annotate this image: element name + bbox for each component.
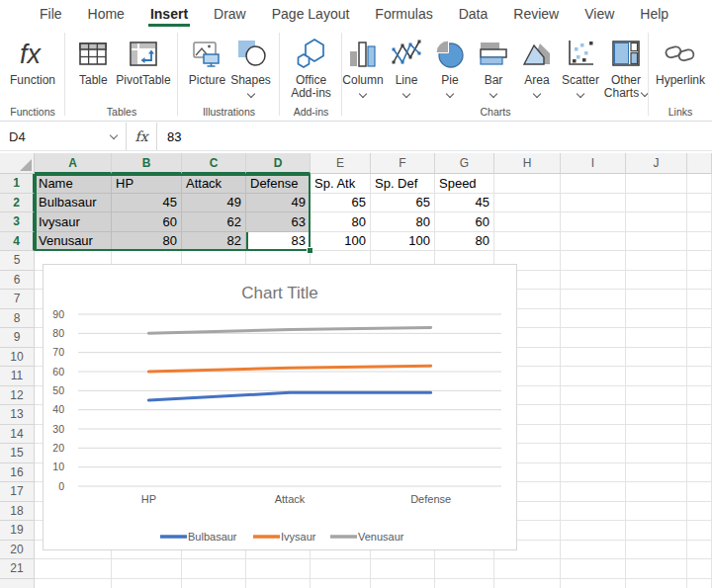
cell-G3[interactable]: 60	[435, 212, 494, 232]
column-header-B[interactable]: B	[112, 153, 182, 174]
shapes-button[interactable]: Shapes	[230, 35, 272, 99]
cell-K4[interactable]	[687, 232, 712, 252]
selection-fill-handle[interactable]	[307, 247, 313, 254]
cell-I7[interactable]	[561, 290, 626, 309]
cell-B1[interactable]: HP	[112, 174, 182, 194]
cell-B2[interactable]: 45	[112, 194, 182, 213]
cell-I15[interactable]	[561, 444, 626, 463]
cell-I10[interactable]	[561, 348, 626, 368]
cell-B22[interactable]	[112, 579, 182, 588]
cell-A2[interactable]: Bulbasaur	[35, 194, 112, 213]
cell-J19[interactable]	[626, 521, 687, 541]
cell-J12[interactable]	[626, 386, 687, 406]
row-header-16[interactable]: 16	[0, 463, 35, 483]
hyperlink-button[interactable]: Hyperlink	[656, 35, 705, 87]
cell-J11[interactable]	[626, 367, 687, 386]
row-header-21[interactable]: 21	[0, 559, 35, 579]
column-header-G[interactable]: G	[435, 153, 494, 174]
cell-G2[interactable]: 45	[435, 194, 494, 213]
cell-J3[interactable]	[626, 212, 687, 232]
cell-K11[interactable]	[687, 367, 712, 386]
row-header-2[interactable]: 2	[0, 194, 35, 213]
name-box[interactable]: D4	[0, 123, 127, 150]
cell-E21[interactable]	[311, 559, 371, 579]
cell-F1[interactable]: Sp. Def	[371, 174, 435, 194]
cell-B3[interactable]: 60	[112, 212, 182, 232]
cell-A21[interactable]	[35, 559, 112, 579]
cell-J9[interactable]	[626, 328, 687, 348]
cell-K9[interactable]	[687, 328, 712, 348]
cell-I14[interactable]	[561, 425, 626, 445]
row-header-15[interactable]: 15	[0, 444, 35, 463]
cell-E22[interactable]	[311, 579, 371, 588]
area-chart-button[interactable]: Area	[516, 35, 558, 99]
tab-view[interactable]: View	[584, 0, 614, 28]
column-header-D[interactable]: D	[246, 153, 311, 174]
cell-J4[interactable]	[626, 232, 687, 252]
tab-help[interactable]: Help	[640, 0, 668, 28]
cell-D1[interactable]: Defense	[246, 174, 311, 194]
row-header-12[interactable]: 12	[0, 386, 35, 406]
cell-K3[interactable]	[687, 212, 712, 232]
column-header-E[interactable]: E	[311, 153, 371, 174]
cell-B4[interactable]: 80	[112, 232, 182, 252]
cell-I22[interactable]	[561, 579, 626, 588]
cell-F21[interactable]	[371, 559, 435, 579]
cell-K10[interactable]	[687, 348, 712, 368]
row-header-11[interactable]: 11	[0, 367, 35, 386]
cell-A3[interactable]: Ivysaur	[35, 212, 112, 232]
column-header-J[interactable]: J	[626, 153, 687, 174]
cell-D21[interactable]	[246, 559, 311, 579]
cell-I8[interactable]	[561, 309, 626, 329]
formula-input[interactable]: 83	[157, 123, 712, 150]
row-header-17[interactable]: 17	[0, 482, 35, 502]
cell-C2[interactable]: 49	[182, 194, 246, 213]
cell-I20[interactable]	[561, 541, 626, 560]
cell-A4[interactable]: Venusaur	[35, 232, 112, 252]
cell-J14[interactable]	[626, 425, 687, 445]
cell-G1[interactable]: Speed	[435, 174, 494, 194]
row-header-20[interactable]: 20	[0, 541, 35, 560]
picture-button[interactable]: Picture	[187, 35, 228, 87]
cell-J8[interactable]	[626, 309, 687, 329]
bar-chart-button[interactable]: Bar	[473, 35, 514, 99]
cell-I1[interactable]	[561, 174, 626, 194]
cell-C4[interactable]: 82	[182, 232, 246, 252]
tab-page-layout[interactable]: Page Layout	[272, 0, 350, 28]
cell-H4[interactable]	[494, 232, 561, 252]
row-header-8[interactable]: 8	[0, 309, 35, 329]
row-header-10[interactable]: 10	[0, 348, 35, 368]
row-header-1[interactable]: 1	[0, 174, 35, 194]
cell-K7[interactable]	[687, 290, 712, 309]
cell-C1[interactable]: Attack	[182, 174, 246, 194]
cell-K16[interactable]	[687, 463, 712, 483]
cell-J18[interactable]	[626, 502, 687, 522]
line-chart-button[interactable]: Line	[386, 35, 427, 99]
cell-I13[interactable]	[561, 405, 626, 425]
cell-I12[interactable]	[561, 386, 626, 406]
table-button[interactable]: Table	[72, 35, 114, 87]
pivottable-button[interactable]: PivotTable	[116, 35, 170, 87]
cell-J6[interactable]	[626, 271, 687, 291]
cell-F3[interactable]: 80	[371, 212, 435, 232]
cell-K14[interactable]	[687, 425, 712, 445]
cell-B21[interactable]	[112, 559, 182, 579]
row-header-18[interactable]: 18	[0, 502, 35, 522]
row-header-partial[interactable]	[0, 579, 35, 588]
cell-I4[interactable]	[561, 232, 626, 252]
cell-J5[interactable]	[626, 251, 687, 271]
column-header-partial[interactable]	[687, 153, 712, 174]
cell-E3[interactable]: 80	[311, 212, 371, 232]
cell-K21[interactable]	[687, 559, 712, 579]
column-header-I[interactable]: I	[561, 153, 626, 174]
tab-file[interactable]: File	[40, 0, 62, 28]
cell-J1[interactable]	[626, 174, 687, 194]
cell-J2[interactable]	[626, 194, 687, 213]
cell-G21[interactable]	[435, 559, 494, 579]
office-add-ins-button[interactable]: Office Add-ins	[285, 35, 338, 100]
cell-J16[interactable]	[626, 463, 687, 483]
insert-function-button[interactable]: fx	[127, 123, 157, 150]
cell-I11[interactable]	[561, 367, 626, 386]
cell-D3[interactable]: 63	[246, 212, 311, 232]
cell-K2[interactable]	[687, 194, 712, 213]
